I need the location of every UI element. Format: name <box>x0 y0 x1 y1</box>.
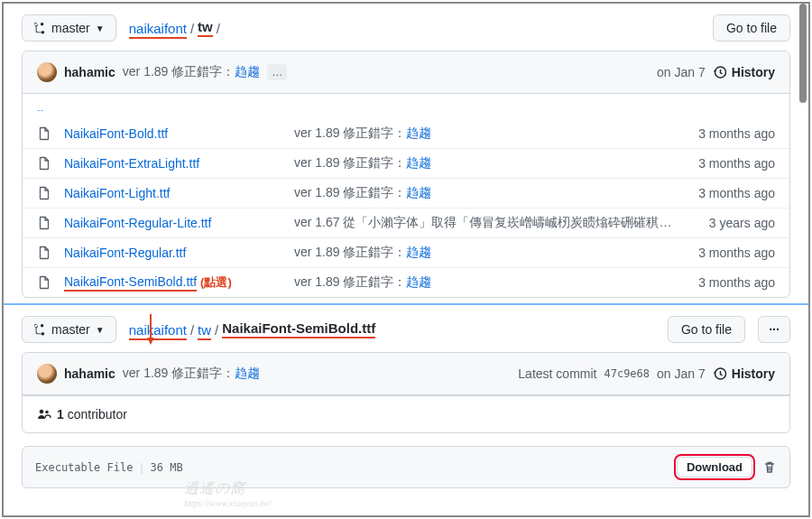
scrollbar[interactable] <box>799 4 807 103</box>
caret-down-icon: ▼ <box>96 23 105 33</box>
file-link[interactable]: NaikaiFont-ExtraLight.ttf <box>64 156 199 171</box>
file-icon <box>37 216 51 230</box>
file-row: NaikaiFont-Regular.ttfver 1.89 修正錯字：趋趨3 … <box>23 237 789 267</box>
commit-sha[interactable]: 47c9e68 <box>604 367 650 380</box>
breadcrumb: naikaifont / tw / NaikaiFont-SemiBold.tt… <box>129 320 376 338</box>
file-link[interactable]: NaikaiFont-SemiBold.ttf <box>64 274 197 292</box>
more-actions-button[interactable]: ··· <box>758 316 790 343</box>
file-age: 3 years ago <box>676 216 775 230</box>
commit-author[interactable]: hahamic <box>64 366 115 381</box>
branch-selector[interactable]: master ▼ <box>22 316 116 343</box>
file-commit-msg[interactable]: ver 1.89 修正錯字：趋趨 <box>294 155 676 171</box>
branch-name: master <box>51 322 90 337</box>
history-link[interactable]: History <box>713 65 775 79</box>
crumb-sep: / <box>217 21 220 36</box>
branch-icon <box>33 22 46 34</box>
trash-icon[interactable] <box>762 460 777 475</box>
download-button[interactable]: Download <box>677 457 752 477</box>
file-age: 3 months ago <box>676 126 775 141</box>
go-to-file-button[interactable]: Go to file <box>713 14 790 42</box>
file-row: NaikaiFont-Regular-Lite.ttfver 1.67 從「小瀨… <box>23 208 789 237</box>
file-link[interactable]: NaikaiFont-Bold.ttf <box>64 126 168 141</box>
file-mode: Executable File <box>35 461 133 474</box>
latest-commit-bar: hahamic ver 1.89 修正錯字：趋趨 … on Jan 7 Hist… <box>23 51 789 94</box>
people-icon <box>37 407 51 422</box>
breadcrumb: naikaifont / tw / <box>129 19 220 37</box>
ellipsis-chip[interactable]: … <box>267 64 287 80</box>
crumb-repo[interactable]: naikaifont <box>129 21 187 36</box>
crumb-sep: / <box>190 21 194 36</box>
file-list-box: hahamic ver 1.89 修正錯字：趋趨 … on Jan 7 Hist… <box>22 51 790 298</box>
file-row: NaikaiFont-Light.ttfver 1.89 修正錯字：趋趨3 mo… <box>23 178 789 208</box>
branch-selector[interactable]: master ▼ <box>22 14 116 42</box>
file-row: NaikaiFont-SemiBold.ttf(點選)ver 1.89 修正錯字… <box>23 267 789 297</box>
file-link[interactable]: NaikaiFont-Light.ttf <box>64 186 171 200</box>
avatar[interactable] <box>37 62 57 82</box>
file-commit-msg[interactable]: ver 1.89 修正錯字：趋趨 <box>294 125 676 142</box>
commit-message[interactable]: ver 1.89 修正錯字：趋趨 <box>123 366 260 382</box>
file-row: NaikaiFont-Bold.ttfver 1.89 修正錯字：趋趨3 mon… <box>23 119 789 148</box>
file-age: 3 months ago <box>676 156 775 171</box>
file-age: 3 months ago <box>676 186 775 200</box>
parent-dir-row[interactable]: ‥ <box>23 94 789 119</box>
file-icon <box>37 246 51 260</box>
contributors-row[interactable]: 1 contributor <box>23 395 789 432</box>
history-link[interactable]: History <box>713 366 775 381</box>
commit-author[interactable]: hahamic <box>64 65 115 79</box>
file-commit-msg[interactable]: ver 1.89 修正錯字：趋趨 <box>294 185 676 201</box>
crumb-dir: tw <box>198 19 213 37</box>
latest-commit-label: Latest commit <box>518 366 596 381</box>
file-info-bar: Executable File | 36 MB Download <box>22 446 790 488</box>
history-icon <box>713 366 727 381</box>
file-age: 3 months ago <box>676 246 775 260</box>
file-commit-msg[interactable]: ver 1.67 從「小瀨字体」取得「傳冒复崁嶒嶹峸杒炭瞆熻砕硎磪稘粥膵膵礄… <box>294 215 676 231</box>
file-row: NaikaiFont-ExtraLight.ttfver 1.89 修正錯字：趋… <box>23 148 789 178</box>
latest-commit-bar: hahamic ver 1.89 修正錯字：趋趨 Latest commit 4… <box>23 353 789 395</box>
click-annotation: (點選) <box>200 275 232 289</box>
download-highlight: Download <box>674 454 755 480</box>
watermark: 逍遙の窩 https://www.xiaoyao.tw/ <box>184 479 271 508</box>
file-link[interactable]: NaikaiFont-Regular-Lite.ttf <box>64 216 211 230</box>
file-commit-msg[interactable]: ver 1.89 修正錯字：趋趨 <box>294 245 676 261</box>
file-icon <box>37 275 51 290</box>
file-detail-box: hahamic ver 1.89 修正錯字：趋趨 Latest commit 4… <box>22 352 790 433</box>
crumb-dir[interactable]: tw <box>198 322 211 338</box>
svg-point-3 <box>45 411 49 414</box>
file-icon <box>37 126 51 141</box>
branch-icon <box>33 323 46 336</box>
file-icon <box>37 156 51 171</box>
file-link[interactable]: NaikaiFont-Regular.ttf <box>64 246 186 260</box>
avatar[interactable] <box>37 364 57 384</box>
commit-message[interactable]: ver 1.89 修正錯字：趋趨 <box>123 64 260 80</box>
branch-name: master <box>51 21 90 35</box>
commit-date: on Jan 7 <box>657 65 706 79</box>
history-icon <box>713 65 727 79</box>
caret-down-icon: ▼ <box>96 325 105 335</box>
annotation-arrow <box>147 314 154 345</box>
crumb-repo[interactable]: naikaifont <box>129 322 187 338</box>
file-icon <box>37 186 51 200</box>
svg-point-2 <box>40 410 44 414</box>
file-age: 3 months ago <box>676 275 775 290</box>
file-size: 36 MB <box>151 461 183 474</box>
commit-date: on Jan 7 <box>657 366 706 381</box>
file-commit-msg[interactable]: ver 1.89 修正錯字：趋趨 <box>294 274 676 291</box>
crumb-file: NaikaiFont-SemiBold.ttf <box>222 320 375 338</box>
go-to-file-button[interactable]: Go to file <box>668 316 745 343</box>
